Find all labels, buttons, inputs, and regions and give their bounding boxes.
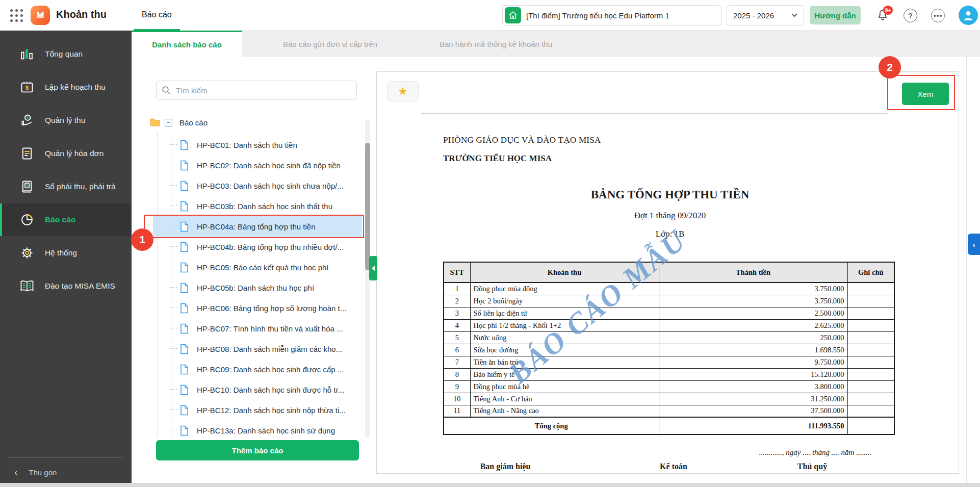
svg-text:$: $ — [26, 183, 29, 188]
report-preview-card: ★ Xem PHÒNG GIÁO DỤC VÀ ĐÀO TẠO MISA TRƯ… — [376, 71, 959, 474]
file-icon — [180, 385, 189, 397]
sidebar-item-revenue-plan[interactable]: $Lập kế hoạch thu — [0, 71, 132, 104]
report-tree-item[interactable]: HP-BC05: Báo cáo kết quả thu học phí — [153, 257, 362, 277]
total-value: 111.993.550 — [659, 417, 847, 434]
tree-connector — [170, 307, 177, 308]
document-divider — [421, 113, 888, 114]
file-icon — [180, 221, 189, 234]
document-title: BẢNG TỔNG HỢP THU TIỀN — [443, 188, 897, 201]
report-tree-item-label: HP-BC07: Tình hình thu tiền và xuất hóa … — [197, 324, 343, 333]
report-tree-item[interactable]: HP-BC12: Danh sách học sinh nộp thừa ti.… — [153, 400, 362, 420]
report-tree-item[interactable]: HP-BC06: Bảng tổng hợp số lượng hoàn t..… — [153, 298, 362, 318]
table-row: 8Bảo hiểm y tế15.120.000 — [444, 368, 894, 380]
report-tree-item[interactable]: HP-BC09: Danh sách học sinh được cấp ... — [153, 359, 362, 379]
more-options-icon[interactable]: ••• — [931, 9, 945, 22]
sidebar-collapse-button[interactable]: ‹ Thu gọn — [0, 462, 132, 483]
search-icon — [162, 86, 171, 95]
sidebar-item-invoice-management[interactable]: Quản lý hóa đơn — [0, 137, 132, 170]
table-row: 5Nước uống250.000 — [444, 331, 894, 344]
horizontal-scrollbar-area[interactable] — [0, 483, 980, 487]
report-tree-item-label: HP-BC06: Bảng tổng hợp số lượng hoàn t..… — [197, 304, 346, 313]
file-icon — [180, 405, 189, 418]
sidebar-divider — [9, 457, 122, 458]
tree-connector — [170, 430, 177, 430]
sidebar-item-training[interactable]: Đào tạo MISA EMIS — [0, 270, 132, 302]
tree-connector — [170, 287, 177, 288]
tree-connector — [170, 328, 177, 328]
tab-report-list[interactable]: Danh sách báo cáo — [132, 31, 242, 57]
collapse-right-panel-handle[interactable]: ‹ — [968, 234, 980, 255]
table-row: 10Tiếng Anh - Cơ bản31.250.000 — [444, 393, 894, 405]
collapse-list-panel-handle[interactable] — [369, 256, 377, 280]
sidebar-item-overview[interactable]: Tổng quan — [0, 38, 132, 70]
report-tree-item[interactable]: HP-BC10: Danh sách học sinh được hỗ tr..… — [153, 379, 362, 400]
chevron-left-icon: ‹ — [14, 467, 17, 478]
invoice-document-icon — [18, 145, 36, 162]
collect-hand-coin-icon: $ — [18, 112, 36, 129]
list-scrollbar-thumb[interactable] — [365, 143, 370, 270]
sidebar-item-system[interactable]: Hệ thống — [0, 237, 132, 269]
tree-connector — [170, 144, 177, 145]
report-tree-item-label: HP-BC13a: Danh sách học sinh sử dụng — [197, 426, 335, 435]
tab-fee-statistic-code[interactable]: Ban hành mã thống kê khoản thu — [418, 31, 574, 57]
sidebar: Tổng quan$Lập kế hoạch thu$Quản lý thuQu… — [0, 31, 132, 483]
system-gear-icon — [18, 244, 36, 262]
report-tree-item-label: HP-BC09: Danh sách học sinh được cấp ... — [197, 365, 344, 374]
file-icon — [180, 303, 189, 316]
nav-tab-bao-cao[interactable]: Báo cáo — [134, 0, 180, 31]
app-title: Khoản thu — [56, 9, 107, 20]
tab-report-submit[interactable]: Báo cáo gửi đơn vị cấp trên — [242, 31, 418, 57]
report-tree-item-label: HP-BC02: Danh sách học sinh đã nộp tiền — [197, 161, 341, 170]
report-tree-item[interactable]: HP-BC01: Danh sách thu tiền — [153, 135, 362, 155]
chevron-down-icon — [791, 13, 797, 17]
help-question-icon[interactable]: ? — [904, 9, 917, 22]
search-box[interactable] — [156, 81, 357, 100]
add-report-button[interactable]: Thêm báo cáo — [156, 440, 359, 460]
sidebar-item-label: Sổ phải thu, phải trả — [45, 182, 116, 191]
report-tree-item-label: HP-BC10: Danh sách học sinh được hỗ tr..… — [197, 386, 344, 394]
school-year-dropdown[interactable]: 2025 - 2026 — [727, 5, 804, 25]
favorite-star-button[interactable]: ★ — [387, 81, 419, 101]
view-report-button[interactable]: Xem — [902, 83, 949, 105]
collapse-label: Thu gọn — [29, 468, 57, 477]
sidebar-item-revenue-management[interactable]: $Quản lý thu — [0, 104, 132, 137]
search-input[interactable] — [176, 86, 344, 95]
report-tree-item[interactable]: HP-BC13a: Danh sách học sinh sử dụng — [153, 420, 362, 436]
school-year-value: 2025 - 2026 — [733, 11, 774, 20]
tree-connector — [170, 389, 177, 390]
school-selector-value: [Thí điểm] Trường tiểu học Edu Platform … — [526, 11, 669, 20]
report-tree-item[interactable]: HP-BC03b: Danh sách học sinh thất thu — [153, 196, 362, 216]
report-tree-item-label: HP-BC03: Danh sách học sinh chưa nộp/... — [197, 182, 344, 190]
tree-connector — [170, 369, 177, 369]
table-row: 6Sữa học đường1.698.550 — [444, 344, 894, 356]
report-tree-item-label: HP-BC03b: Danh sách học sinh thất thu — [197, 202, 332, 211]
file-icon — [180, 425, 189, 436]
table-header-cell: Khoản thu — [470, 262, 659, 283]
report-list-panel: Báo cáo HP-BC01: Danh sách thu tiềnHP-BC… — [132, 57, 377, 483]
report-tree-item[interactable]: HP-BC03: Danh sách học sinh chưa nộp/... — [153, 175, 362, 196]
report-tree-item-label: HP-BC05b: Danh sách thu học phí — [197, 284, 314, 292]
file-icon — [180, 242, 189, 254]
guide-button[interactable]: Hướng dẫn — [810, 6, 861, 24]
sidebar-item-reports[interactable]: Báo cáo — [0, 203, 132, 236]
file-icon — [180, 323, 189, 336]
report-pie-icon — [18, 211, 36, 228]
report-tree-item[interactable]: HP-BC05b: Danh sách thu học phí — [153, 277, 362, 298]
plan-calendar-icon: $ — [18, 79, 36, 96]
school-selector[interactable]: [Thí điểm] Trường tiểu học Edu Platform … — [502, 5, 721, 25]
document-department-line: PHÒNG GIÁO DỤC VÀ ĐÀO TẠO MISA — [443, 135, 601, 145]
report-tree-item[interactable]: HP-BC08: Danh sách miễn giảm các kho... — [153, 339, 362, 359]
app-grid-icon[interactable] — [10, 9, 23, 22]
signature-label: Thủ quỹ — [797, 462, 827, 471]
report-tree-item-label: HP-BC08: Danh sách miễn giảm các kho... — [197, 345, 342, 353]
report-tree-item[interactable]: HP-BC02: Danh sách học sinh đã nộp tiền — [153, 155, 362, 175]
tree-connector — [170, 226, 177, 226]
report-tree-item[interactable]: HP-BC07: Tình hình thu tiền và xuất hóa … — [153, 318, 362, 339]
receivable-book-icon: $ — [18, 178, 36, 195]
report-tree-item[interactable]: HP-BC04a: Bảng tổng hợp thu tiền — [153, 216, 362, 237]
sidebar-item-receivables[interactable]: $Sổ phải thu, phải trả — [0, 170, 132, 203]
user-avatar[interactable] — [959, 6, 978, 25]
file-icon — [180, 160, 189, 173]
report-tree-item[interactable]: HP-BC04b: Bảng tổng hợp thu nhiều đợt/..… — [153, 237, 362, 257]
notifications-bell-icon[interactable]: 9+ — [876, 9, 890, 22]
